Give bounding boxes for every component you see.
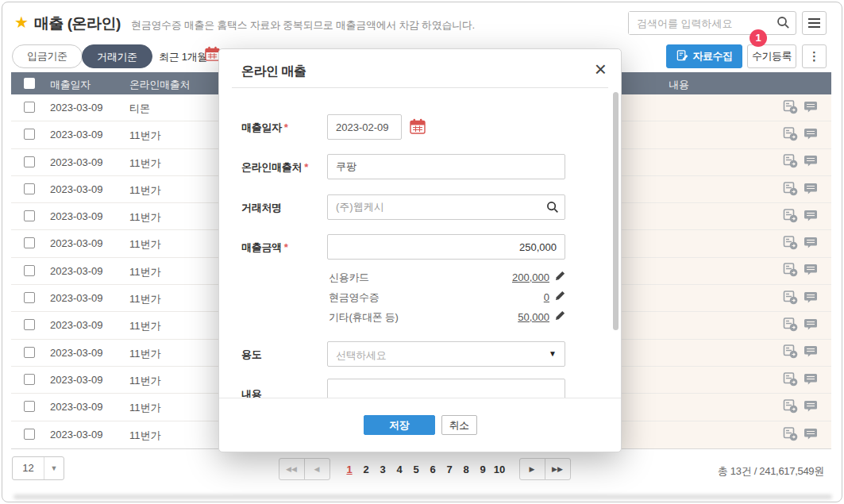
search-box [628, 11, 796, 35]
row-date: 2023-03-09 [50, 129, 103, 140]
export-document-icon[interactable] [783, 208, 798, 225]
menu-icon[interactable] [802, 11, 827, 35]
prev-page-button[interactable]: ◀ [304, 458, 330, 480]
row-checkbox[interactable] [24, 374, 35, 385]
row-checkbox[interactable] [24, 237, 35, 248]
page-title: 매출 (온라인) [34, 13, 121, 34]
last-page-button[interactable]: ▶▶ [545, 458, 571, 480]
favorite-star-icon[interactable]: ★ [14, 13, 29, 32]
edit-pencil-icon[interactable] [555, 290, 565, 303]
page-number-2[interactable]: 2 [358, 464, 375, 475]
breakdown-row-credit-card: 신용카드 200,000 [327, 269, 565, 285]
export-document-icon[interactable] [783, 398, 798, 416]
purpose-select[interactable]: 선택하세요 ▼ [327, 341, 565, 367]
next-page-button[interactable]: ▶ [519, 458, 545, 480]
field-label-memo: 내용 [241, 387, 261, 398]
manual-register-label: 수기등록 [752, 49, 792, 63]
memo-icon[interactable] [804, 235, 819, 252]
export-document-icon[interactable] [783, 181, 798, 198]
memo-icon[interactable] [804, 153, 819, 171]
row-checkbox[interactable] [24, 102, 35, 113]
breakdown-value[interactable]: 0 [544, 291, 549, 303]
field-label-date: 매출일자* [241, 121, 288, 135]
page-number-1[interactable]: 1 [341, 464, 358, 475]
first-page-button[interactable]: ◀◀ [279, 458, 305, 480]
memo-icon[interactable] [804, 99, 819, 117]
memo-icon[interactable] [804, 181, 819, 198]
edit-pencil-icon[interactable] [555, 271, 565, 283]
close-icon[interactable]: × [595, 57, 607, 81]
kebab-icon: ⋮ [808, 49, 820, 63]
export-document-icon[interactable] [783, 262, 798, 279]
edit-pencil-icon[interactable] [555, 310, 565, 323]
sale-amount-input[interactable] [327, 234, 565, 260]
memo-icon[interactable] [804, 126, 819, 144]
page-numbers: 12345678910 [341, 464, 508, 475]
memo-icon[interactable] [804, 290, 819, 307]
row-checkbox[interactable] [24, 156, 35, 167]
row-checkbox[interactable] [24, 401, 35, 412]
more-options-button[interactable]: ⋮ [802, 44, 827, 68]
export-document-icon[interactable] [783, 290, 798, 307]
row-vendor: 11번가 [129, 292, 161, 306]
memo-icon[interactable] [804, 398, 819, 416]
row-vendor: 11번가 [129, 265, 161, 279]
calendar-icon[interactable] [410, 118, 426, 137]
transaction-basis-button[interactable]: 거래기준 [82, 44, 152, 68]
breakdown-value[interactable]: 200,000 [512, 271, 549, 283]
export-document-icon[interactable] [783, 126, 798, 144]
required-asterisk: * [284, 241, 288, 253]
memo-icon[interactable] [804, 262, 819, 279]
manual-register-button[interactable]: 수기등록 [747, 44, 796, 68]
deposit-basis-button[interactable]: 입금기준 [12, 44, 83, 68]
collect-data-button[interactable]: 자료수집 [666, 44, 742, 68]
online-vendor-input[interactable] [327, 154, 565, 179]
export-document-icon[interactable] [783, 371, 798, 389]
save-button[interactable]: 저장 [364, 415, 435, 435]
modal-scrollbar[interactable] [613, 92, 619, 330]
search-input[interactable] [629, 12, 772, 34]
export-document-icon[interactable] [783, 235, 798, 252]
page-number-9[interactable]: 9 [475, 464, 491, 475]
row-checkbox[interactable] [24, 292, 35, 303]
memo-icon[interactable] [804, 344, 819, 361]
sale-date-input[interactable] [327, 114, 402, 140]
search-icon[interactable] [777, 16, 790, 33]
page-number-10[interactable]: 10 [491, 464, 508, 475]
search-icon[interactable] [546, 201, 559, 217]
client-name-input[interactable] [327, 194, 565, 220]
row-checkbox[interactable] [24, 210, 35, 221]
row-checkbox[interactable] [24, 265, 35, 276]
export-document-icon[interactable] [783, 344, 798, 361]
modal-title: 온라인 매출 [241, 63, 306, 80]
export-document-icon[interactable] [783, 99, 798, 117]
row-checkbox[interactable] [24, 319, 35, 330]
memo-icon[interactable] [804, 208, 819, 225]
row-checkbox[interactable] [24, 429, 35, 440]
page-number-5[interactable]: 5 [408, 464, 425, 475]
export-document-icon[interactable] [783, 426, 798, 444]
page-number-4[interactable]: 4 [391, 464, 408, 475]
page-number-7[interactable]: 7 [441, 464, 458, 475]
online-sales-modal: 온라인 매출 × 매출일자* 온라인매출처* 거래처명 매출금액* [218, 48, 622, 452]
memo-icon[interactable] [804, 317, 819, 334]
export-document-icon[interactable] [783, 153, 798, 171]
breakdown-value[interactable]: 50,000 [518, 311, 549, 323]
purpose-placeholder: 선택하세요 [336, 348, 387, 363]
memo-icon[interactable] [804, 371, 819, 389]
export-document-icon[interactable] [783, 317, 798, 334]
select-all-checkbox[interactable] [24, 78, 35, 89]
field-label-client: 거래처명 [241, 201, 282, 215]
page-number-3[interactable]: 3 [375, 464, 391, 475]
memo-textarea[interactable] [327, 379, 565, 398]
row-checkbox[interactable] [24, 129, 35, 140]
row-date: 2023-03-09 [50, 237, 103, 249]
cancel-button[interactable]: 취소 [441, 415, 477, 435]
row-checkbox[interactable] [24, 183, 35, 194]
row-date: 2023-03-09 [50, 156, 103, 168]
page-number-6[interactable]: 6 [425, 464, 441, 475]
memo-icon[interactable] [804, 426, 819, 444]
row-checkbox[interactable] [24, 347, 35, 358]
page-number-8[interactable]: 8 [458, 464, 475, 475]
notification-badge: 1 [750, 29, 767, 47]
